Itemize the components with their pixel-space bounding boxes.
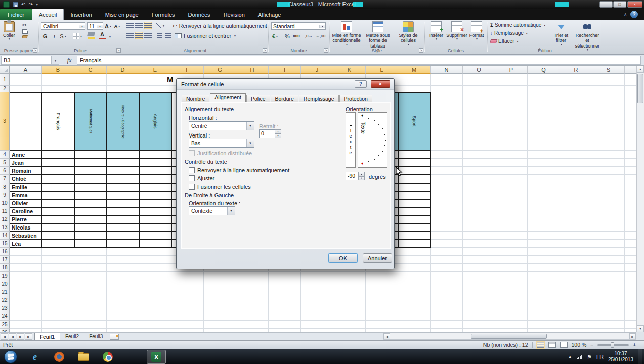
scroll-down-icon[interactable]: ▼ bbox=[637, 325, 644, 332]
grade-cell[interactable] bbox=[107, 167, 139, 175]
orientation-angle-dot[interactable] bbox=[378, 155, 379, 156]
grade-cell[interactable] bbox=[107, 175, 139, 183]
grade-cell[interactable] bbox=[139, 223, 171, 232]
column-header-B[interactable]: B bbox=[42, 66, 74, 74]
column-header-A[interactable]: A bbox=[10, 66, 42, 74]
scroll-up-icon[interactable]: ▲ bbox=[637, 66, 644, 73]
clear-button[interactable]: Effacer ▼ bbox=[490, 38, 519, 44]
sort-filter-button[interactable]: Trier et filtrer ▼ bbox=[549, 21, 573, 46]
row-header-20[interactable]: 20 bbox=[0, 280, 10, 288]
align-center-button[interactable] bbox=[135, 32, 143, 39]
orientation-angle-dot[interactable] bbox=[378, 124, 379, 125]
sheet-tab-feuil1[interactable]: Feuil1 bbox=[34, 333, 60, 340]
grade-cell[interactable] bbox=[107, 151, 139, 159]
grade-cell[interactable] bbox=[107, 223, 139, 232]
grade-cell[interactable] bbox=[398, 191, 431, 199]
name-box[interactable]: B3 bbox=[1, 56, 52, 65]
clock[interactable]: 10:37 25/01/2013 bbox=[608, 351, 633, 363]
row-header-16[interactable]: 16 bbox=[0, 248, 10, 256]
zoom-slider[interactable] bbox=[597, 344, 629, 346]
font-size-select[interactable]: 11 ▼ bbox=[87, 22, 103, 30]
cancel-button[interactable]: Annuler bbox=[363, 253, 392, 263]
grade-cell[interactable] bbox=[398, 183, 431, 191]
view-normal-button[interactable] bbox=[537, 342, 544, 348]
student-name-cell-Chloé[interactable]: Chloé bbox=[10, 175, 42, 183]
grade-cell[interactable] bbox=[398, 223, 431, 232]
student-name-cell-Sébastien[interactable]: Sébastien bbox=[10, 232, 42, 240]
shrink-to-fit-checkbox[interactable]: Ajuster bbox=[189, 175, 214, 181]
column-header-Q[interactable]: Q bbox=[528, 66, 560, 74]
subject-header-cell-D3[interactable]: Histoire - Géographie bbox=[107, 92, 139, 151]
minimize-ribbon-icon[interactable]: ∧ bbox=[624, 12, 627, 17]
row-header-13[interactable]: 13 bbox=[0, 223, 10, 232]
zoom-level[interactable]: 100 % bbox=[572, 342, 587, 348]
grade-cell[interactable] bbox=[398, 175, 431, 183]
row-header-2[interactable]: 2 bbox=[0, 86, 10, 92]
dialog-tab-bordure[interactable]: Bordure bbox=[271, 95, 298, 102]
delete-cells-button[interactable]: Supprimer ▼ bbox=[446, 21, 468, 41]
close-button[interactable]: × bbox=[627, 1, 642, 8]
align-right-button[interactable] bbox=[144, 32, 152, 39]
grade-cell[interactable] bbox=[107, 207, 139, 215]
sheet-nav-button-3[interactable]: ▶ bbox=[25, 333, 32, 340]
row-header-10[interactable]: 10 bbox=[0, 199, 10, 207]
row-header-25[interactable]: 25 bbox=[0, 321, 10, 329]
student-name-cell-Anne[interactable]: Anne bbox=[10, 151, 42, 159]
row-header-8[interactable]: 8 bbox=[0, 183, 10, 191]
taskbar-firefox-icon[interactable] bbox=[50, 350, 69, 364]
maximize-button[interactable]: □ bbox=[613, 1, 626, 8]
column-header-O[interactable]: O bbox=[463, 66, 495, 74]
vertical-scrollbar[interactable]: ▲ ▼ bbox=[636, 66, 644, 332]
grade-cell[interactable] bbox=[74, 183, 107, 191]
student-name-cell-Jean[interactable]: Jean bbox=[10, 159, 42, 167]
autosum-button[interactable]: Σ Somme automatique ▼ bbox=[490, 22, 546, 28]
borders-button[interactable]: ▼ bbox=[73, 32, 82, 40]
column-header-N[interactable]: N bbox=[431, 66, 463, 74]
grade-cell[interactable] bbox=[107, 232, 139, 240]
grade-cell[interactable] bbox=[74, 207, 107, 215]
font-dialog-launcher[interactable]: ↘ bbox=[116, 48, 121, 53]
subject-header-cell-C3[interactable]: Mathématiques bbox=[74, 92, 107, 151]
row-header-15[interactable]: 15 bbox=[0, 240, 10, 248]
ribbon-tab-accueil[interactable]: Accueil bbox=[32, 9, 64, 20]
insert-worksheet-button[interactable] bbox=[110, 334, 119, 340]
grade-cell[interactable] bbox=[74, 223, 107, 232]
dialog-tab-protection[interactable]: Protection bbox=[339, 95, 372, 102]
grade-cell[interactable] bbox=[74, 175, 107, 183]
grade-cell[interactable] bbox=[139, 159, 171, 167]
grade-cell[interactable] bbox=[74, 191, 107, 199]
ribbon-tab-révision[interactable]: Révision bbox=[217, 9, 251, 20]
ok-button[interactable]: OK bbox=[328, 253, 358, 263]
student-name-cell-Pierre[interactable]: Pierre bbox=[10, 215, 42, 223]
align-bottom-button[interactable] bbox=[144, 22, 152, 29]
taskbar-ie-icon[interactable]: e bbox=[25, 350, 45, 364]
view-page-layout-button[interactable] bbox=[548, 342, 556, 348]
clipboard-dialog-launcher[interactable]: ↘ bbox=[33, 48, 37, 53]
orientation-angle-dot[interactable] bbox=[382, 151, 383, 152]
grade-cell[interactable] bbox=[398, 240, 431, 248]
insert-cells-button[interactable]: Insérer ▼ bbox=[426, 21, 446, 41]
degrees-spinner[interactable]: -90 ▲▼ bbox=[346, 172, 365, 180]
orientation-angle-dot[interactable] bbox=[384, 145, 385, 146]
grade-cell[interactable] bbox=[74, 167, 107, 175]
ribbon-tab-données[interactable]: Données bbox=[182, 9, 217, 20]
align-left-button[interactable] bbox=[125, 32, 134, 39]
grade-cell[interactable] bbox=[74, 199, 107, 207]
orientation-vertical-preview[interactable]: Texte bbox=[346, 112, 356, 168]
conditional-formatting-button[interactable]: Mise en forme conditionnelle ▼ bbox=[331, 21, 362, 46]
column-header-D[interactable]: D bbox=[107, 66, 139, 74]
grade-cell[interactable] bbox=[42, 223, 74, 232]
alignment-dialog-launcher[interactable]: ↘ bbox=[263, 48, 267, 53]
zoom-out-button[interactable]: − bbox=[590, 342, 593, 348]
grade-cell[interactable] bbox=[74, 240, 107, 248]
ribbon-tab-insertion[interactable]: Insertion bbox=[64, 9, 98, 20]
grade-cell[interactable] bbox=[42, 207, 74, 215]
align-middle-button[interactable] bbox=[135, 22, 143, 29]
name-box-dropdown-icon[interactable]: ▼ bbox=[52, 56, 59, 65]
dialog-tab-police[interactable]: Police bbox=[246, 95, 270, 102]
grade-cell[interactable] bbox=[42, 232, 74, 240]
row-header-6[interactable]: 6 bbox=[0, 167, 10, 175]
dialog-tab-remplissage[interactable]: Remplissage bbox=[299, 95, 339, 102]
grow-font-button[interactable]: A▲ bbox=[104, 22, 112, 30]
horizontal-scrollbar[interactable]: ◀ ▶ bbox=[383, 333, 636, 340]
